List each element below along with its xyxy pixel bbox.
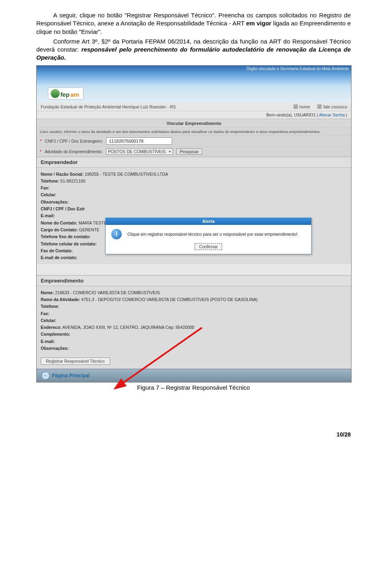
- reg-btn-row: Registrar Responsável Técnico: [37, 353, 351, 369]
- atividade-value: POSTOS DE COMBUSTÍVEIS: [108, 149, 166, 154]
- atividade-select[interactable]: POSTOS DE COMBUSTÍVEIS ▾: [106, 148, 173, 155]
- fepam-text-2: am: [71, 91, 79, 98]
- panel-empreendimento-body: Nome: 216633 - COMERCIO VAREJISTA DE COM…: [37, 286, 351, 354]
- p1-text-b: em vigor: [246, 20, 271, 27]
- fepam-text-1: fep: [60, 91, 70, 98]
- fepam-icon: [51, 89, 60, 98]
- alert-message: Clique em registrar responsável técnico …: [127, 232, 298, 237]
- pesquisar-button[interactable]: Pesquisar: [176, 148, 202, 155]
- back-icon[interactable]: ←: [42, 372, 50, 380]
- cnpj-label: CNPJ / CPF / Doc Estrangeiro:: [45, 139, 103, 143]
- alert-title: Alerta: [106, 218, 311, 225]
- site-banner: Órgão vinculado à Secretaria Estadual do…: [37, 66, 351, 103]
- info-icon: i: [111, 229, 122, 239]
- welcome-text: Bem-vindo(a), USUARIO1: [266, 112, 316, 117]
- row-atividade: * Atividade do Empreendimento: POSTOS DE…: [37, 147, 351, 157]
- panel-empreendimento-head: Empreendimento: [37, 275, 351, 286]
- nav-fale-conosco[interactable]: fale conosco: [317, 104, 347, 109]
- paragraph-2: Conforme Art 3º, §2º da Portaria FEPAM 0…: [36, 37, 351, 62]
- nav-fale-label: fale conosco: [323, 104, 347, 109]
- p2-text-b: responsável pelo preenchimento do formul…: [36, 46, 351, 61]
- paragraph-1: A seguir, clique no botão "Registrar Res…: [36, 11, 351, 36]
- page-number: 10/28: [0, 431, 351, 438]
- welcome-bar: Bem-vindo(a), USUARIO1 | Alterar Senha |: [37, 111, 351, 119]
- mail-icon: [317, 104, 322, 109]
- chevron-down-icon: ▾: [169, 150, 171, 154]
- pagina-principal-link[interactable]: Página Principal: [52, 373, 89, 378]
- cnpj-input[interactable]: 11182875000178: [106, 137, 172, 145]
- confirmar-button[interactable]: Confirmar: [195, 243, 222, 250]
- home-icon: [293, 104, 298, 109]
- row-cnpj: * CNPJ / CPF / Doc Estrangeiro: 11182875…: [37, 136, 351, 147]
- panel-empreendedor-head: Empreendedor: [37, 157, 351, 168]
- registrar-responsavel-button[interactable]: Registrar Responsável Técnico: [41, 357, 110, 365]
- gap-band: [37, 263, 351, 275]
- atividade-label: Atividade do Empreendimento:: [45, 149, 103, 154]
- nav-home[interactable]: home: [293, 104, 310, 109]
- fundacao-bar: Fundação Estadual de Proteção Ambiental …: [37, 103, 351, 111]
- alterar-senha-link[interactable]: Alterar Senha: [319, 112, 345, 117]
- banner-org-text: Órgão vinculado à Secretaria Estadual do…: [246, 66, 349, 71]
- section-title: Vincular Empreendimento: [37, 119, 351, 128]
- nav-home-label: home: [300, 104, 310, 109]
- footer-bar: ← Página Principal: [37, 369, 351, 382]
- fundacao-text: Fundação Estadual de Proteção Ambiental …: [41, 104, 176, 109]
- alert-dialog: Alerta i Clique em registrar responsável…: [105, 218, 312, 254]
- figure-caption: Figura 7 – Registrar Responsável Técnico: [36, 384, 351, 391]
- instruction-row: Caro usuário, informe o ramo da atividad…: [37, 128, 351, 136]
- screenshot-container: Órgão vinculado à Secretaria Estadual do…: [36, 65, 352, 383]
- fepam-logo-box: fepam: [48, 87, 83, 100]
